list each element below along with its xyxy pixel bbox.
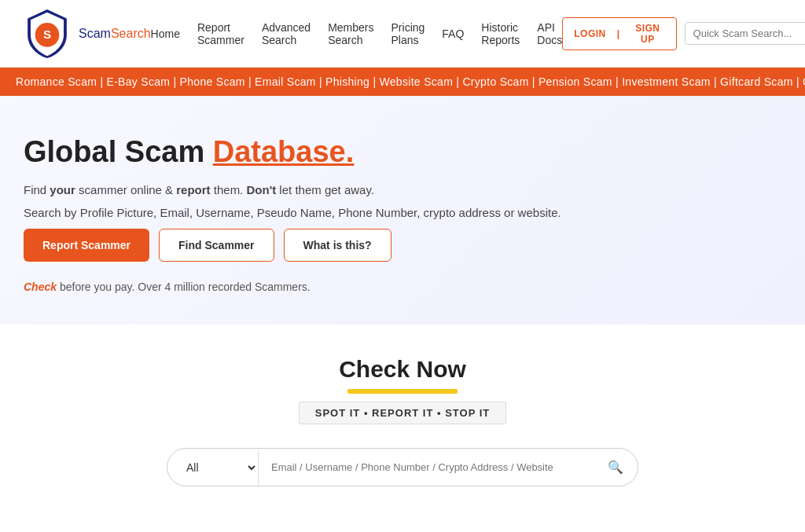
search-icon: 🔍 [608, 460, 623, 474]
ticker-bar: Romance Scam | E-Bay Scam | Phone Scam |… [0, 68, 805, 96]
check-now-section: Check Now SPOT IT • REPORT IT • STOP IT … [0, 325, 805, 502]
hero-title-highlight: Database. [213, 135, 355, 168]
nav-home[interactable]: Home [151, 28, 180, 40]
nav-api-docs[interactable]: API Docs [537, 21, 562, 46]
svg-text:S: S [43, 28, 51, 41]
auth-buttons: LOGIN | SIGN UP [562, 17, 676, 50]
hero-title: Global Scam Database. [24, 135, 781, 169]
yellow-underline [347, 389, 458, 394]
header-right: LOGIN | SIGN UP 🔍 [562, 17, 805, 50]
main-nav: Home Report Scammer Advanced Search Memb… [151, 21, 563, 46]
nav-members-search[interactable]: Members Search [328, 21, 373, 46]
check-note-rest: before you pay. Over 4 million recorded … [57, 281, 311, 293]
what-is-this-button[interactable]: What is this? [284, 229, 391, 262]
logo-text: ScamSearch [79, 27, 151, 41]
big-search: All Email Username Phone Crypto Website … [167, 448, 638, 486]
signup-button[interactable]: SIGN UP [619, 18, 675, 50]
find-scammer-button[interactable]: Find Scammer [159, 229, 274, 262]
report-scammer-button[interactable]: Report Scammer [24, 229, 149, 262]
nav-advanced-search[interactable]: Advanced Search [262, 21, 311, 46]
shield-icon: S [24, 8, 71, 59]
logo-scam: Scam [79, 27, 111, 40]
header-search-input[interactable] [686, 23, 805, 44]
hero-buttons: Report Scammer Find Scammer What is this… [24, 229, 781, 262]
login-button[interactable]: LOGIN [563, 24, 617, 44]
logo[interactable]: S ScamSearch [24, 8, 151, 59]
nav-historic-reports[interactable]: Historic Reports [481, 21, 520, 46]
header: S ScamSearch Home Report Scammer Advance… [0, 0, 805, 68]
logo-search: Search [111, 27, 151, 40]
check-now-title: Check Now [16, 356, 789, 383]
spot-it-bar: SPOT IT • REPORT IT • STOP IT [299, 402, 507, 424]
hero-check-note: Check before you pay. Over 4 million rec… [24, 281, 781, 293]
hero-section: Global Scam Database. Find your scammer … [0, 96, 805, 325]
nav-faq[interactable]: FAQ [442, 28, 464, 40]
big-search-button[interactable]: 🔍 [594, 449, 638, 486]
big-search-input[interactable] [259, 450, 594, 484]
nav-pricing-plans[interactable]: Pricing Plans [391, 21, 425, 46]
hero-sub-description: Search by Profile Picture, Email, Userna… [24, 206, 781, 219]
check-word: Check [24, 281, 57, 293]
header-search: 🔍 [685, 22, 805, 45]
hero-description: Find your scammer online & report them. … [24, 183, 781, 196]
search-category-select[interactable]: All Email Username Phone Crypto Website [167, 449, 259, 486]
nav-report-scammer[interactable]: Report Scammer [197, 21, 244, 46]
ticker-text: Romance Scam | E-Bay Scam | Phone Scam |… [16, 75, 805, 88]
